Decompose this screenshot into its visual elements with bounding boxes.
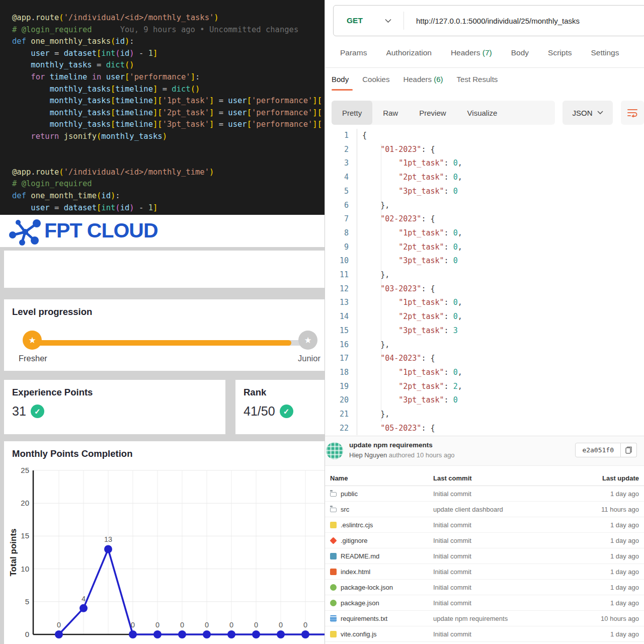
file-last-commit[interactable]: Initial commit	[433, 552, 610, 560]
json-response-line: 7 "02-2023": {	[325, 212, 644, 226]
column-last-update[interactable]: Last update	[602, 474, 639, 482]
svg-text:0: 0	[229, 621, 233, 629]
svg-text:0: 0	[180, 621, 184, 629]
file-table: Name Last commit Last update publicIniti…	[325, 471, 644, 642]
file-last-commit[interactable]: Initial commit	[433, 630, 610, 638]
json-response-line: 14 "2pt_task": 0,	[325, 310, 644, 324]
request-url-bar[interactable]: GET http://127.0.0.1:5000/individual/25/…	[333, 5, 644, 36]
file-last-update: 1 day ago	[610, 521, 639, 529]
file-row[interactable]: .gitignoreInitial commit1 day ago	[325, 533, 644, 548]
resp-tab-test-results[interactable]: Test Results	[457, 75, 498, 91]
tab-body[interactable]: Body	[511, 48, 529, 57]
experience-points-title: Experience Points	[12, 387, 93, 398]
wrap-text-button[interactable]	[621, 101, 644, 125]
svg-text:0: 0	[254, 621, 258, 629]
check-icon: ✓	[31, 405, 44, 418]
copy-hash-button[interactable]	[621, 443, 637, 457]
file-last-commit[interactable]: Initial commit	[433, 537, 610, 544]
file-name[interactable]: src	[330, 506, 433, 513]
resp-tab-body[interactable]: Body	[332, 75, 349, 91]
json-response-line: 2 "01-2023": {	[325, 143, 644, 157]
column-last-commit[interactable]: Last commit	[433, 474, 602, 482]
file-name[interactable]: public	[330, 490, 433, 498]
request-tabs: ParamsAuthorizationHeaders (7)BodyScript…	[340, 48, 644, 57]
tab-scripts[interactable]: Scripts	[548, 48, 572, 57]
file-last-commit[interactable]: Initial commit	[433, 521, 610, 529]
file-row[interactable]: package.jsonInitial commit1 day ago	[325, 595, 644, 611]
indent-guide	[381, 144, 381, 422]
tab-settings[interactable]: Settings	[591, 48, 619, 57]
response-body-json[interactable]: 1{2 "01-2023": {3 "1pt_task": 0,4 "2pt_t…	[325, 129, 644, 436]
file-last-commit[interactable]: Initial commit	[433, 490, 610, 498]
code-line: return jsonify(monthly_tasks)	[12, 131, 325, 143]
file-row[interactable]: README.mdInitial commit1 day ago	[325, 548, 644, 564]
response-tabs: BodyCookiesHeaders (6)Test Results	[332, 75, 498, 91]
file-type-html-icon	[330, 569, 337, 575]
avatar	[326, 442, 343, 459]
file-name[interactable]: .gitignore	[330, 537, 433, 544]
resp-tab-headers[interactable]: Headers (6)	[403, 75, 443, 91]
resp-tab-cookies[interactable]: Cookies	[362, 75, 389, 91]
file-last-commit[interactable]: Initial commit	[433, 568, 610, 576]
file-row[interactable]: index.htmlInitial commit1 day ago	[325, 564, 644, 580]
file-last-commit[interactable]: update client dashboard	[433, 506, 601, 513]
fpt-cloud-header: FPT CLOUD	[0, 215, 325, 247]
file-name[interactable]: requirements.txt	[330, 615, 433, 622]
rank-title: Rank	[244, 387, 266, 398]
view-visualize[interactable]: Visualize	[457, 101, 508, 125]
file-last-commit[interactable]: update npm requirements	[433, 615, 601, 622]
code-line: @app.route('/individual/<id>/monthly_tas…	[12, 12, 325, 24]
file-name[interactable]: package.json	[330, 599, 433, 607]
json-response-line: 17 "04-2023": {	[325, 352, 644, 366]
last-commit-bar: update npm requirements Hiep Nguyen auth…	[325, 436, 644, 466]
json-response-line: 1{	[325, 129, 644, 143]
file-row[interactable]: package-lock.jsonInitial commit1 day ago	[325, 580, 644, 595]
level-progression-title: Level progression	[12, 306, 92, 317]
commit-message[interactable]: update npm requirements	[349, 441, 433, 449]
code-line: monthly_tasks[timeline]['2pt_task'] = us…	[12, 107, 325, 119]
file-row[interactable]: .eslintrc.cjsInitial commit1 day ago	[325, 517, 644, 533]
view-raw[interactable]: Raw	[372, 101, 409, 125]
file-row[interactable]: srcupdate client dashboard11 hours ago	[325, 502, 644, 517]
tab-headers[interactable]: Headers (7)	[451, 48, 492, 57]
code-line: for timeline in user['performance']:	[12, 71, 325, 84]
code-line: # @login_required	[12, 178, 325, 190]
file-name[interactable]: .eslintrc.cjs	[330, 521, 433, 529]
code-line: monthly_tasks = dict()	[12, 59, 325, 71]
format-dropdown[interactable]: JSON	[562, 101, 613, 125]
file-last-commit[interactable]: Initial commit	[433, 584, 610, 591]
json-response-line: 13 "1pt_task": 0,	[325, 296, 644, 310]
check-icon: ✓	[280, 405, 293, 418]
code-line: user = dataset[int(id) - 1]	[12, 202, 325, 214]
level-progress-track	[32, 340, 308, 346]
method-select[interactable]: GET	[347, 16, 363, 25]
json-response-line: 10 "3pt_task": 0	[325, 254, 644, 268]
svg-text:13: 13	[104, 535, 112, 543]
svg-text:10: 10	[21, 565, 29, 573]
right-column: GET http://127.0.0.1:5000/individual/25/…	[325, 0, 644, 644]
junior-label: Junior	[298, 354, 320, 363]
tab-params[interactable]: Params	[340, 48, 367, 57]
file-name[interactable]: index.html	[330, 568, 433, 576]
code-editor[interactable]: @app.route('/individual/<id>/monthly_tas…	[0, 0, 325, 215]
file-row[interactable]: vite.config.jsInitial commit1 day ago	[325, 626, 644, 642]
svg-text:0: 0	[279, 621, 283, 629]
url-input[interactable]: http://127.0.0.1:5000/individual/25/mont…	[416, 17, 580, 25]
chevron-down-icon[interactable]	[385, 19, 391, 23]
file-name[interactable]: vite.config.js	[330, 630, 433, 638]
code-line: def one_month_time(id):	[12, 190, 325, 202]
view-pretty[interactable]: Pretty	[332, 101, 372, 125]
file-name[interactable]: README.md	[330, 552, 433, 560]
tab-authorization[interactable]: Authorization	[386, 48, 431, 57]
file-last-update: 1 day ago	[610, 584, 639, 591]
file-name[interactable]: package-lock.json	[330, 584, 433, 591]
commit-author[interactable]: Hiep Nguyen	[349, 451, 387, 459]
file-row[interactable]: publicInitial commit1 day ago	[325, 486, 644, 502]
format-label: JSON	[572, 109, 592, 117]
commit-hash[interactable]: e2a051f0	[575, 443, 621, 457]
column-name[interactable]: Name	[330, 474, 433, 482]
view-preview[interactable]: Preview	[409, 101, 456, 125]
file-row[interactable]: requirements.txtupdate npm requirements1…	[325, 611, 644, 626]
file-last-commit[interactable]: Initial commit	[433, 599, 610, 607]
chart-title: Monthly Points Completion	[12, 448, 132, 459]
